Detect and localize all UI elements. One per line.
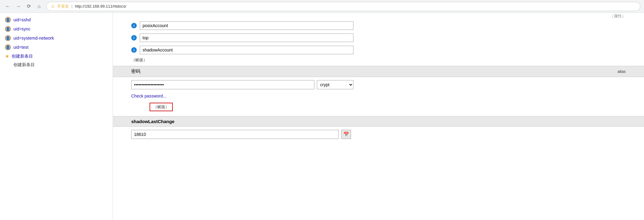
url-text: http://192.168.99.111/htdocs/: [75, 4, 126, 9]
calendar-button[interactable]: 📅: [341, 130, 351, 139]
sidebar-item-uid-sshd[interactable]: 👤 uid=sshd: [0, 15, 113, 24]
objectclass-section: i i i （赋值）: [113, 20, 644, 64]
top-row: （属性）: [113, 13, 644, 20]
fuzi-label-outlined[interactable]: （赋值）: [150, 103, 173, 111]
create-item-plain[interactable]: 创建新条目: [0, 61, 113, 69]
sidebar-link-sync[interactable]: uid=sync: [13, 27, 31, 31]
sidebar-link-systemd-network[interactable]: uid=systemd-network: [13, 36, 54, 41]
fuzi-outlined-wrapper: （赋值）: [113, 100, 644, 114]
warning-icon: ⚠: [51, 4, 55, 9]
password-section-title: 密码: [131, 69, 140, 74]
shadow-input[interactable]: [131, 130, 339, 139]
avatar-test: 👤: [5, 44, 11, 50]
sidebar-link-test[interactable]: uid=test: [13, 45, 28, 50]
forward-button[interactable]: →: [14, 2, 23, 11]
password-section-alias: alias: [617, 69, 626, 74]
separator: |: [71, 4, 72, 9]
info-icon-2[interactable]: i: [131, 47, 137, 53]
shadow-section-title: shadowLastChange: [131, 119, 175, 124]
insecure-label: 不安全: [57, 4, 69, 9]
star-icon: ★: [5, 53, 9, 59]
objectclass-row-0: i: [113, 20, 644, 32]
objectclass-row-2: i: [113, 44, 644, 56]
back-button[interactable]: ←: [4, 2, 12, 11]
objectclass-input-0[interactable]: [140, 21, 353, 30]
browser-bar: ← → ⟳ ⌂ ⚠ 不安全 | http://192.168.99.111/ht…: [0, 0, 644, 13]
main-layout: 👤 uid=sshd 👤 uid=sync 👤 uid=systemd-netw…: [0, 13, 644, 220]
sidebar-item-uid-test[interactable]: 👤 uid=test: [0, 43, 113, 52]
shadow-input-row: 📅: [113, 127, 644, 142]
objectclass-row-1: i: [113, 32, 644, 44]
sidebar-link-sshd[interactable]: uid=sshd: [13, 17, 31, 22]
fuchi-label-objectclass: （赋值）: [113, 56, 644, 64]
check-password-link[interactable]: Check password...: [113, 92, 644, 100]
address-bar[interactable]: ⚠ 不安全 | http://192.168.99.111/htdocs/: [46, 2, 640, 11]
create-item-star[interactable]: ★ 创建新条目: [0, 52, 113, 61]
home-button[interactable]: ⌂: [35, 2, 43, 11]
sidebar-item-uid-systemd-network[interactable]: 👤 uid=systemd-network: [0, 34, 113, 43]
avatar-systemd-network: 👤: [5, 35, 11, 41]
shadow-section-header: shadowLastChange: [113, 116, 644, 127]
password-input[interactable]: [131, 80, 314, 89]
password-section-header: 密码 alias: [113, 66, 644, 77]
sidebar-item-uid-sync[interactable]: 👤 uid=sync: [0, 24, 113, 34]
reload-button[interactable]: ⟳: [24, 2, 33, 11]
sidebar: 👤 uid=sshd 👤 uid=sync 👤 uid=systemd-netw…: [0, 13, 113, 220]
objectclass-input-1[interactable]: [140, 34, 353, 42]
nav-icons: ← → ⟳ ⌂: [4, 2, 43, 11]
objectclass-input-2[interactable]: [140, 46, 353, 54]
create-label-plain: 创建新条目: [13, 62, 35, 68]
info-icon-0[interactable]: i: [131, 23, 137, 28]
content-area: （属性） i i i （赋值） 密码 alias: [113, 13, 644, 220]
create-link-star[interactable]: 创建新条目: [12, 54, 33, 59]
top-alias: （属性）: [610, 13, 626, 19]
avatar-sshd: 👤: [5, 17, 11, 23]
password-row: crypt md5 sha1 sha256 sha512 ssha smd5 p…: [113, 77, 644, 92]
calendar-icon: 📅: [343, 132, 349, 137]
crypt-select[interactable]: crypt md5 sha1 sha256 sha512 ssha smd5 p…: [317, 80, 353, 89]
avatar-sync: 👤: [5, 26, 11, 32]
info-icon-1[interactable]: i: [131, 35, 137, 41]
